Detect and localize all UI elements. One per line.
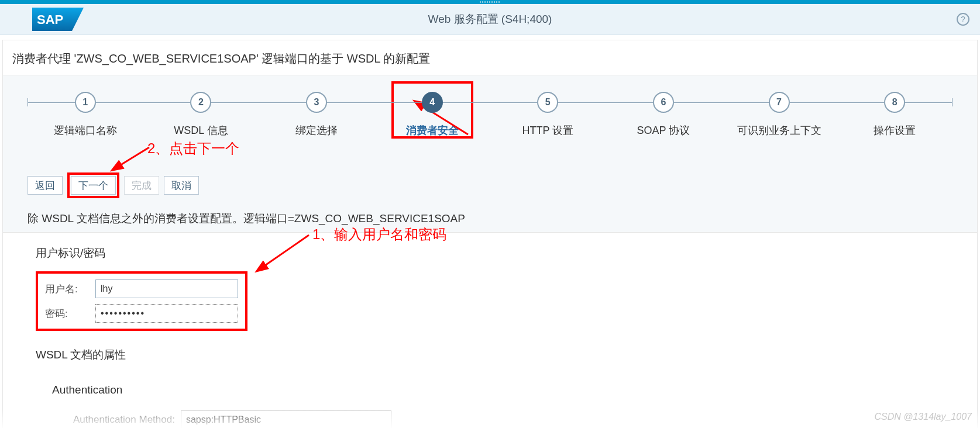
window-drag-handle[interactable]: [0, 0, 980, 4]
wizard-steps-panel: 1 逻辑端口名称 2 WSDL 信息 3 绑定选择 4 消费者安全 5: [3, 75, 977, 233]
wizard-step-7[interactable]: 7 可识别业务上下文: [721, 92, 837, 137]
step-label: 逻辑端口名称: [54, 123, 117, 137]
wizard-description: 除 WSDL 文档信息之外的消费者设置配置。逻辑端口=ZWS_CO_WEB_SE…: [27, 211, 953, 226]
app-header: SAP Web 服务配置 (S4H;400) ?: [0, 4, 980, 35]
page-title: Web 服务配置 (S4H;400): [428, 12, 552, 27]
username-label: 用户名:: [45, 282, 95, 296]
password-input[interactable]: [95, 304, 238, 323]
credentials-section: 用户标识/密码 用户名: 密码:: [3, 233, 977, 331]
credentials-title: 用户标识/密码: [36, 246, 977, 261]
help-icon[interactable]: ?: [957, 13, 969, 26]
step-label: 绑定选择: [295, 123, 338, 137]
password-label: 密码:: [45, 307, 95, 320]
step-number: 1: [75, 92, 96, 113]
wizard-steps: 1 逻辑端口名称 2 WSDL 信息 3 绑定选择 4 消费者安全 5: [27, 92, 953, 137]
wsdl-section: WSDL 文档的属性 Authentication Authentication…: [3, 331, 977, 428]
step-number: 2: [190, 92, 211, 113]
cancel-button[interactable]: 取消: [164, 176, 199, 195]
main-panel: 消费者代理 'ZWS_CO_WEB_SERVICE1SOAP' 逻辑端口的基于 …: [2, 40, 978, 428]
step-number: 7: [769, 92, 790, 113]
wizard-step-5[interactable]: 5 HTTP 设置: [490, 92, 606, 137]
back-button[interactable]: 返回: [27, 176, 63, 195]
step-number: 8: [884, 92, 905, 113]
step-label: HTTP 设置: [522, 123, 573, 137]
wizard-subtitle: 消费者代理 'ZWS_CO_WEB_SERVICE1SOAP' 逻辑端口的基于 …: [3, 40, 977, 75]
authentication-subsection: Authentication Authentication Method: sa…: [36, 373, 977, 428]
username-row: 用户名:: [45, 279, 238, 298]
wizard-step-2[interactable]: 2 WSDL 信息: [143, 92, 259, 137]
annotation-highlight-box: 下一个: [67, 172, 119, 198]
wizard-step-8[interactable]: 8 操作设置: [837, 92, 953, 137]
annotation-highlight-box: 用户名: 密码:: [36, 271, 247, 331]
step-label: WSDL 信息: [174, 123, 228, 137]
wizard-step-1[interactable]: 1 逻辑端口名称: [27, 92, 143, 137]
step-number: 3: [306, 92, 327, 113]
next-button[interactable]: 下一个: [71, 176, 116, 195]
finish-button: 完成: [124, 176, 159, 195]
step-label: 可识别业务上下文: [737, 123, 821, 137]
authentication-title: Authentication: [52, 384, 977, 396]
step-label: 操作设置: [874, 123, 916, 137]
step-number: 6: [653, 92, 674, 113]
step-number: 4: [422, 92, 443, 113]
svg-text:SAP: SAP: [37, 12, 63, 27]
watermark: CSDN @1314lay_1007: [874, 412, 972, 422]
wizard-step-4[interactable]: 4 消费者安全: [374, 92, 490, 137]
step-label: 消费者安全: [406, 123, 459, 137]
auth-method-label: Authentication Method:: [73, 414, 175, 426]
auth-method-value: sapsp:HTTPBasic: [181, 410, 391, 428]
password-row: 密码:: [45, 304, 238, 323]
step-number: 5: [537, 92, 558, 113]
wsdl-title: WSDL 文档的属性: [36, 347, 977, 363]
step-label: SOAP 协议: [637, 123, 690, 137]
wizard-button-row: 返回 下一个 完成 取消: [27, 172, 953, 198]
sap-logo: SAP: [32, 8, 84, 31]
username-input[interactable]: [95, 279, 238, 298]
auth-method-row: Authentication Method: sapsp:HTTPBasic: [52, 410, 977, 428]
wizard-step-3[interactable]: 3 绑定选择: [259, 92, 374, 137]
wizard-step-6[interactable]: 6 SOAP 协议: [606, 92, 721, 137]
